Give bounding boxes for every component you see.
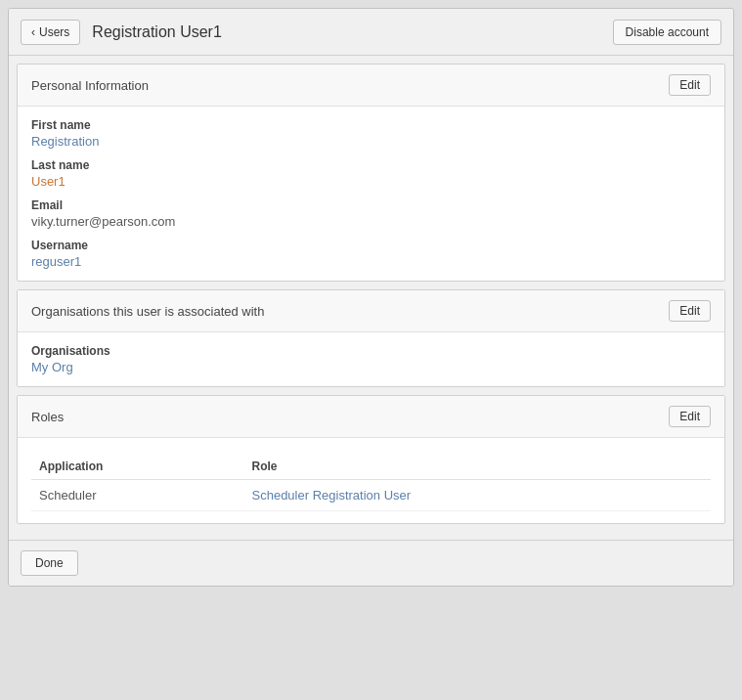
content-area: Personal Information Edit First name Reg…	[9, 56, 733, 540]
field-email: Email viky.turner@pearson.com	[31, 198, 711, 229]
email-value: viky.turner@pearson.com	[31, 214, 711, 229]
username-value: reguser1	[31, 254, 711, 269]
personal-information-body: First name Registration Last name User1 …	[18, 107, 724, 281]
roles-header: Roles Edit	[18, 396, 724, 438]
col-role: Role	[244, 454, 712, 480]
cell-application: Scheduler	[31, 480, 244, 511]
email-label: Email	[31, 198, 711, 212]
personal-information-header: Personal Information Edit	[18, 65, 724, 107]
col-application: Application	[31, 454, 244, 480]
first-name-label: First name	[31, 118, 711, 132]
field-last-name: Last name User1	[31, 158, 711, 189]
first-name-value: Registration	[31, 134, 711, 149]
header-left: ‹ Users Registration User1	[21, 20, 222, 45]
table-row: Scheduler Scheduler Registration User	[31, 480, 711, 511]
disable-account-button[interactable]: Disable account	[613, 20, 721, 45]
username-label: Username	[31, 239, 711, 252]
organisations-section: Organisations this user is associated wi…	[17, 289, 725, 387]
last-name-value: User1	[31, 174, 711, 189]
page-container: ‹ Users Registration User1 Disable accou…	[8, 8, 734, 587]
roles-title: Roles	[31, 410, 64, 424]
organisations-edit-button[interactable]: Edit	[669, 300, 711, 322]
personal-information-title: Personal Information	[31, 78, 149, 93]
last-name-label: Last name	[31, 158, 711, 172]
roles-edit-button[interactable]: Edit	[669, 406, 711, 427]
back-button[interactable]: ‹ Users	[21, 20, 80, 45]
organisations-header: Organisations this user is associated wi…	[18, 290, 724, 332]
personal-information-edit-button[interactable]: Edit	[669, 74, 711, 96]
personal-information-section: Personal Information Edit First name Reg…	[17, 64, 725, 282]
field-organisations: Organisations My Org	[31, 344, 711, 374]
chevron-left-icon: ‹	[31, 25, 35, 39]
field-first-name: First name Registration	[31, 118, 711, 149]
header: ‹ Users Registration User1 Disable accou…	[9, 9, 733, 56]
roles-body: Application Role Scheduler Scheduler Reg…	[18, 438, 724, 523]
organisations-title: Organisations this user is associated wi…	[31, 304, 264, 319]
field-username: Username reguser1	[31, 239, 711, 269]
roles-section: Roles Edit Application Role Scheduler Sc…	[17, 395, 725, 524]
organisations-value: My Org	[31, 360, 711, 374]
footer: Done	[9, 540, 733, 586]
organisations-label: Organisations	[31, 344, 711, 358]
roles-table-header-row: Application Role	[31, 454, 711, 480]
back-button-label: Users	[39, 25, 69, 39]
page-title: Registration User1	[92, 23, 222, 41]
organisations-body: Organisations My Org	[18, 332, 724, 386]
roles-table: Application Role Scheduler Scheduler Reg…	[31, 454, 711, 511]
cell-role: Scheduler Registration User	[244, 480, 712, 511]
done-button[interactable]: Done	[21, 550, 78, 576]
